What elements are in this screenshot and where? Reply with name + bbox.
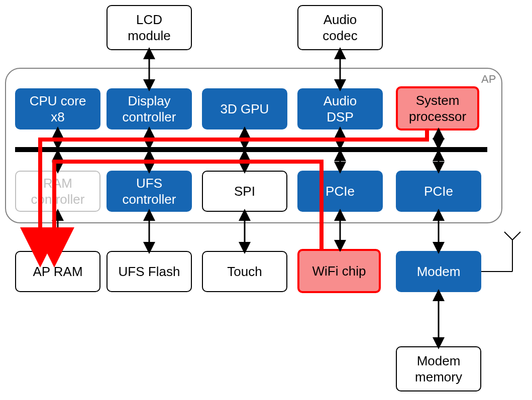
modem-block: Modem: [396, 251, 481, 292]
ufs-flash-block: UFS Flash: [107, 251, 192, 292]
audio-codec-block: Audio codec: [297, 5, 383, 50]
modem-memory-block: Modem memory: [396, 346, 481, 391]
ap-ram-block: AP RAM: [15, 251, 100, 292]
system-bus: [15, 147, 487, 152]
cpu-core-block: CPU core x8: [15, 88, 100, 129]
pcie-2-block: PCIe: [396, 171, 481, 212]
ufs-controller-block: UFS controller: [107, 171, 192, 212]
touch-block: Touch: [202, 251, 287, 292]
ap-label: AP: [481, 73, 496, 86]
gpu-block: 3D GPU: [202, 88, 287, 129]
lcd-module-block: LCD module: [107, 5, 192, 50]
audio-dsp-block: Audio DSP: [297, 88, 383, 129]
system-processor-block: System processor: [396, 86, 479, 130]
spi-block: SPI: [202, 171, 287, 212]
ram-controller-block: RAM controller: [15, 171, 100, 212]
wifi-chip-block: WiFi chip: [297, 249, 381, 293]
pcie-1-block: PCIe: [297, 171, 383, 212]
display-controller-block: Display controller: [107, 88, 192, 129]
